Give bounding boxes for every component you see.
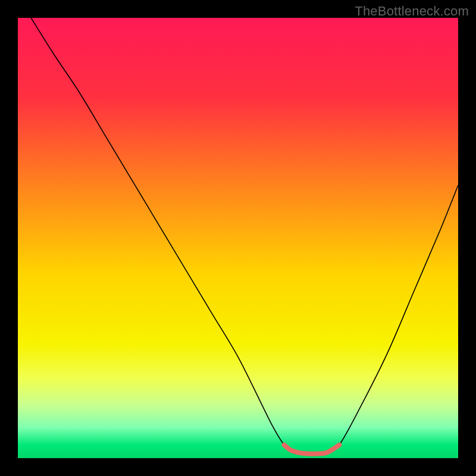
chart-frame [18,18,458,458]
chart-background [18,18,458,458]
watermark-text: TheBottleneck.com [355,4,469,19]
chart-svg [18,18,458,458]
